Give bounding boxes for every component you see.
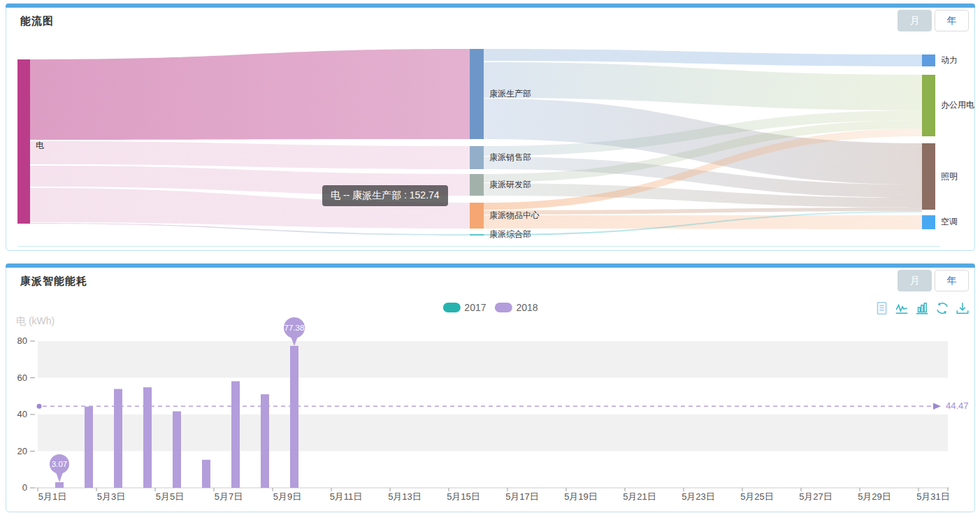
sankey-node-label: 照明 — [941, 171, 958, 181]
sankey-chart[interactable]: 电康派生产部康派销售部康派研发部康派物品中心康派综合部动力办公用电照明空调 — [6, 4, 974, 250]
bar-5月9日[interactable] — [290, 346, 298, 488]
x-tick-label: 5月1日 — [38, 491, 66, 502]
sankey-node-康派综合部[interactable] — [470, 234, 484, 236]
avg-line-start-dot — [37, 404, 42, 409]
sankey-tooltip: 电 -- 康派生产部 : 152.74 — [322, 185, 448, 206]
bar-5月3日[interactable] — [114, 389, 122, 488]
min-pin: 3.07 — [50, 454, 69, 482]
sankey-node-label: 电 — [36, 140, 44, 150]
sankey-node-label: 空调 — [941, 217, 958, 226]
x-tick-label: 5月27日 — [799, 491, 833, 502]
sankey-node-康派物品中心[interactable] — [470, 203, 484, 229]
sankey-baseline — [17, 246, 940, 247]
legend-swatch — [495, 303, 512, 312]
x-tick-label: 5月29日 — [858, 491, 891, 502]
y-tick-label: 40 — [17, 409, 27, 419]
legend-swatch — [442, 303, 460, 312]
sankey-node-照明[interactable] — [922, 143, 935, 210]
y-tick-label: 60 — [17, 373, 27, 383]
sankey-node-label: 康派研发部 — [489, 180, 531, 189]
y-axis-title: 电 (kWh) — [16, 315, 55, 326]
x-tick-label: 5月7日 — [215, 491, 243, 502]
chart-legend: 2017 2018 — [442, 302, 538, 313]
bar-5月7日[interactable] — [231, 381, 240, 488]
bar-5月2日[interactable] — [85, 407, 93, 488]
energy-consumption-panel: 康派智能能耗 月 年 2017 2018 电 (kWh) 0 20 40 60 — [6, 263, 975, 512]
sankey-node-label: 康派生产部 — [489, 89, 531, 99]
sankey-node-空调[interactable] — [922, 215, 935, 229]
x-tick-label: 5月11日 — [330, 491, 363, 502]
grid-band — [38, 341, 948, 378]
sankey-node-label: 康派销售部 — [489, 152, 531, 162]
x-tick-label: 5月13日 — [388, 491, 421, 502]
sankey-node-动力[interactable] — [922, 55, 935, 66]
bar-5月6日[interactable] — [202, 460, 210, 488]
avg-line-arrow — [933, 403, 941, 410]
toolbox-line-chart-icon[interactable] — [894, 301, 909, 316]
y-tick-label: 0 — [22, 482, 27, 493]
sankey-node-label: 康派综合部 — [489, 229, 531, 239]
x-tick-label: 5月5日 — [156, 491, 184, 502]
toolbox-bar-chart-icon[interactable] — [914, 301, 930, 316]
x-tick-label: 5月17日 — [505, 491, 539, 502]
sankey-node-康派销售部[interactable] — [470, 146, 484, 169]
x-tick-label: 5月15日 — [447, 491, 480, 502]
pin-value: 3.07 — [52, 460, 67, 468]
sankey-node-label: 办公用电 — [941, 100, 974, 110]
bar-5月5日[interactable] — [173, 412, 181, 488]
sankey-node-电[interactable] — [17, 59, 30, 224]
bar-5月4日[interactable] — [143, 387, 152, 488]
sankey-node-康派生产部[interactable] — [470, 49, 484, 139]
sankey-node-康派研发部[interactable] — [470, 174, 484, 196]
energy-flow-panel: 能流图 月 年 电康派生产部康派销售部康派研发部康派物品中心康派综合部动力办公用… — [6, 3, 975, 251]
x-tick-label: 5月25日 — [740, 491, 774, 502]
toolbox-download-icon[interactable] — [955, 301, 970, 316]
sankey-link-康派物品中心-照明[interactable] — [484, 208, 922, 215]
y-tick-label: 80 — [17, 335, 27, 346]
pin-value: 77.38 — [284, 324, 305, 332]
x-tick-label: 5月9日 — [273, 491, 301, 502]
toolbox-data-view-icon[interactable] — [874, 301, 889, 316]
bar-5月1日[interactable] — [55, 482, 64, 488]
legend-label: 2017 — [464, 302, 486, 313]
x-tick-label: 5月23日 — [682, 491, 715, 502]
chart-toolbox — [874, 301, 970, 316]
x-tick-label: 5月19日 — [564, 491, 598, 502]
sankey-link-电-康派销售部[interactable] — [30, 141, 470, 169]
avg-line-label: 44.47 — [946, 400, 969, 411]
legend-label: 2018 — [517, 302, 538, 313]
sankey-node-办公用电[interactable] — [922, 75, 935, 136]
y-tick-label: 20 — [17, 446, 27, 456]
toolbox-refresh-icon[interactable] — [935, 301, 950, 316]
legend-item-2017[interactable]: 2017 — [442, 302, 486, 313]
bar-5月8日[interactable] — [261, 394, 269, 488]
sankey-node-label: 动力 — [941, 55, 958, 65]
legend-item-2018[interactable]: 2018 — [495, 302, 538, 313]
sankey-node-label: 康派物品中心 — [489, 210, 540, 220]
x-tick-label: 5月3日 — [97, 491, 125, 502]
dashboard: { "page": { "accent_blue": "#55a9e2", "p… — [0, 0, 980, 513]
sankey-link-电-康派生产部[interactable] — [30, 49, 470, 140]
sankey-link-康派物品中心-空调[interactable] — [484, 215, 922, 229]
x-tick-label: 5月21日 — [623, 491, 656, 502]
x-tick-label: 5月31日 — [916, 491, 950, 502]
